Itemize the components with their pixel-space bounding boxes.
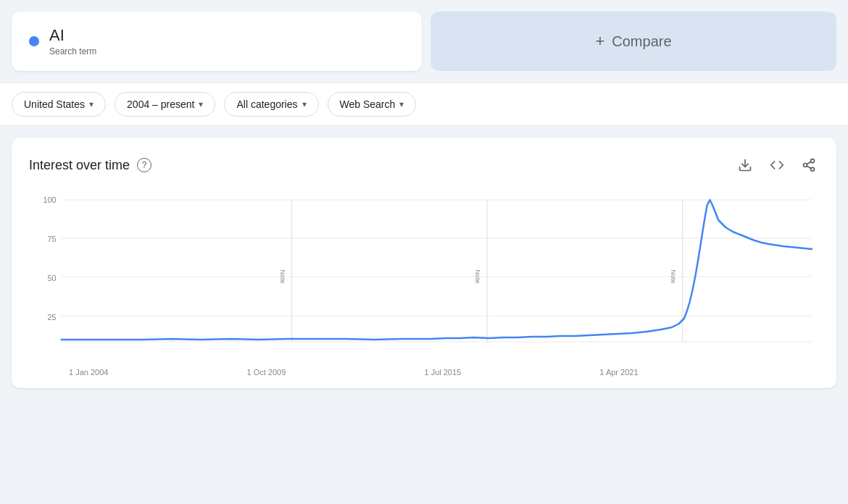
svg-line-4 xyxy=(807,167,811,169)
note-text-3: Note xyxy=(670,270,677,284)
region-chevron: ▾ xyxy=(89,99,93,109)
chart-title: Interest over time xyxy=(29,158,130,173)
chart-header: Interest over time ? xyxy=(29,155,819,175)
share-icon xyxy=(802,158,816,172)
x-label-2009: 1 Oct 2009 xyxy=(247,368,286,377)
search-term-card: AI Search term xyxy=(12,12,422,71)
download-button[interactable] xyxy=(735,155,755,175)
trend-line xyxy=(62,200,812,340)
period-chevron: ▾ xyxy=(199,99,203,109)
x-axis-labels: 1 Jan 2004 1 Oct 2009 1 Jul 2015 1 Apr 2… xyxy=(29,368,819,377)
y-label-25: 25 xyxy=(48,313,57,322)
term-dot xyxy=(29,36,39,46)
filters-section: United States ▾ 2004 – present ▾ All cat… xyxy=(0,83,848,126)
compare-card[interactable]: + Compare xyxy=(431,12,836,71)
search-type-label: Web Search xyxy=(340,98,396,110)
term-label: Search term xyxy=(49,46,96,56)
embed-button[interactable] xyxy=(767,155,787,175)
chart-svg: 100 75 50 25 Note Note Note xyxy=(29,190,819,364)
y-label-75: 75 xyxy=(48,235,57,243)
region-filter[interactable]: United States ▾ xyxy=(12,92,106,117)
compare-label: Compare xyxy=(612,33,671,50)
top-section: AI Search term + Compare xyxy=(0,0,848,83)
note-text-2: Note xyxy=(474,270,481,284)
code-icon xyxy=(770,158,784,172)
term-name: AI xyxy=(49,26,96,45)
search-type-chevron: ▾ xyxy=(399,99,404,109)
chart-actions xyxy=(735,155,819,175)
y-label-100: 100 xyxy=(43,196,56,204)
chart-section: Interest over time ? xyxy=(12,138,836,388)
chart-title-area: Interest over time ? xyxy=(29,158,151,173)
region-label: United States xyxy=(24,98,85,110)
search-term-text: AI Search term xyxy=(49,26,96,56)
x-label-2021: 1 Apr 2021 xyxy=(599,368,638,377)
y-label-50: 50 xyxy=(48,274,57,282)
plus-icon: + xyxy=(595,32,604,51)
download-icon xyxy=(738,158,752,172)
x-label-2015: 1 Jul 2015 xyxy=(424,368,461,377)
period-filter[interactable]: 2004 – present ▾ xyxy=(115,92,215,117)
help-icon[interactable]: ? xyxy=(137,158,151,172)
x-label-2004: 1 Jan 2004 xyxy=(69,368,108,377)
category-filter[interactable]: All categories ▾ xyxy=(224,92,318,117)
chart-container: 100 75 50 25 Note Note Note xyxy=(29,190,819,364)
period-label: 2004 – present xyxy=(127,98,194,110)
category-label: All categories xyxy=(236,98,297,110)
category-chevron: ▾ xyxy=(302,99,307,109)
note-text-1: Note xyxy=(279,270,286,284)
svg-line-5 xyxy=(807,162,811,164)
share-button[interactable] xyxy=(799,155,819,175)
search-type-filter[interactable]: Web Search ▾ xyxy=(328,92,417,117)
